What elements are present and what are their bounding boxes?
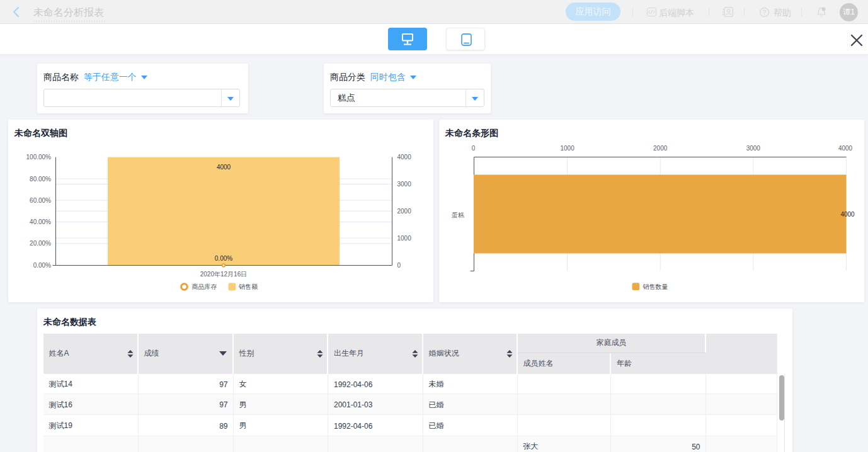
svg-text:销售额: 销售额: [238, 283, 258, 290]
svg-text:蛋糕: 蛋糕: [452, 212, 464, 218]
svg-text:2000: 2000: [397, 208, 412, 215]
svg-text:40.00%: 40.00%: [30, 218, 51, 225]
svg-text:3000: 3000: [746, 145, 761, 152]
svg-text:销售数量: 销售数量: [642, 283, 668, 290]
svg-text:1000: 1000: [560, 145, 574, 152]
svg-text:1000: 1000: [397, 235, 412, 242]
svg-text:80.00%: 80.00%: [30, 176, 51, 183]
svg-text:0.00%: 0.00%: [215, 255, 232, 262]
svg-text:4000: 4000: [217, 164, 231, 171]
svg-text:0: 0: [472, 145, 476, 152]
svg-text:3000: 3000: [397, 181, 412, 188]
svg-text:商品库存: 商品库存: [192, 283, 217, 290]
svg-text:100.00%: 100.00%: [26, 154, 52, 161]
svg-text:2020年12月16日: 2020年12月16日: [200, 271, 248, 278]
svg-text:60.00%: 60.00%: [30, 197, 51, 204]
svg-text:4000: 4000: [838, 145, 853, 152]
svg-text:4000: 4000: [840, 211, 855, 218]
svg-text:0.00%: 0.00%: [33, 262, 51, 269]
svg-text:0: 0: [397, 262, 401, 269]
svg-text:20.00%: 20.00%: [30, 240, 51, 247]
svg-text:2000: 2000: [653, 145, 668, 152]
svg-text:4000: 4000: [397, 154, 412, 161]
